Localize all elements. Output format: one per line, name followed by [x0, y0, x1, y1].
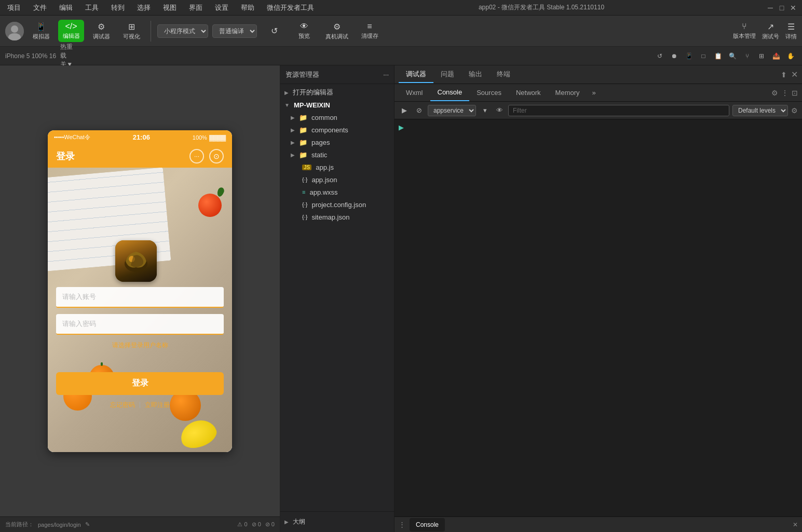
register-link[interactable]: 立即注册 [145, 401, 170, 410]
close-button[interactable]: ✕ [790, 4, 797, 11]
version-button[interactable]: ⑂ 版本管理 [733, 22, 756, 40]
branch-icon[interactable]: ⑂ [741, 50, 753, 62]
eye-icon[interactable]: 👁 [494, 105, 505, 116]
folder-common[interactable]: ▶ 📁 common [280, 111, 394, 124]
context-select[interactable]: appservice [428, 105, 476, 116]
console-filter-input[interactable] [508, 105, 729, 116]
tab-output[interactable]: 输出 [461, 66, 490, 83]
phone-icon[interactable]: 📱 [683, 50, 695, 62]
menu-goto[interactable]: 转到 [109, 2, 127, 13]
devtools-top-tabs: 调试器 问题 输出 终端 ⬆ ✕ [395, 65, 802, 84]
account-input[interactable]: 请输入账号 [56, 287, 224, 308]
devtools-more-icon[interactable]: ⋮ [781, 89, 789, 97]
tab-console[interactable]: Console [430, 85, 470, 101]
file-explorer-more-icon[interactable]: ··· [383, 71, 389, 78]
user-select-link[interactable]: 请选择登录用户名称 [56, 341, 224, 350]
tab-memory[interactable]: Memory [548, 85, 587, 101]
phone-inputs: 请输入账号 请输入密码 请选择登录用户名称 [56, 287, 224, 350]
tab-wxml[interactable]: Wxml [399, 85, 430, 101]
folder-common-icon: 📁 [299, 114, 307, 121]
share-icon[interactable]: 📤 [770, 50, 782, 62]
title-bar: 项目 文件 编辑 工具 转到 选择 视图 界面 设置 帮助 微信开发者工具 ap… [0, 0, 802, 16]
folder-pages[interactable]: ▶ 📁 pages [280, 136, 394, 148]
phone-menu-icon[interactable]: ··· [189, 149, 204, 163]
debugger-button[interactable]: ⚙ 调试器 [88, 20, 114, 43]
menu-project[interactable]: 项目 [5, 2, 23, 13]
avatar[interactable] [5, 22, 24, 40]
sub-toolbar: iPhone 5 100% 16 热重载 关▼ ↺ ⏺ 📱 □ 📋 🔍 ⑂ ⊞ … [0, 47, 802, 65]
simulator-icon: 📱 [36, 22, 46, 32]
search-icon[interactable]: 🔍 [726, 50, 739, 62]
tab-debugger[interactable]: 调试器 [399, 66, 433, 83]
console-tab-button[interactable]: Console [410, 518, 445, 531]
outline-section[interactable]: ▶ 大纲 [280, 511, 394, 532]
outline-label: 大纲 [293, 517, 305, 526]
real-debug-button[interactable]: ⚙ 真机调试 [321, 20, 352, 43]
grid-icon[interactable]: ⊞ [755, 50, 768, 62]
details-button[interactable]: ☰ 详情 [785, 22, 797, 40]
refresh-sim-icon[interactable]: ↺ [654, 50, 666, 62]
maximize-button[interactable]: □ [778, 4, 785, 11]
open-editors-section[interactable]: ▶ 打开的编辑器 [280, 86, 394, 99]
tab-sources[interactable]: Sources [469, 85, 509, 101]
menu-settings[interactable]: 设置 [213, 2, 230, 13]
devtools-dock-icon[interactable]: ⊡ [792, 89, 798, 97]
version-icon: ⑂ [742, 22, 747, 31]
menu-tools[interactable]: 工具 [83, 2, 101, 13]
tab-more[interactable]: » [587, 85, 601, 101]
file-app-wxss[interactable]: ≡ app.wxss [280, 186, 394, 198]
expand-panel-icon[interactable]: ⬆ [781, 71, 787, 79]
file-sitemap[interactable]: {·} sitemap.json [280, 211, 394, 223]
hotreload-button[interactable]: 热重载 关▼ [60, 50, 73, 62]
console-close-icon[interactable]: ✕ [793, 521, 798, 528]
compile-select[interactable]: 普通编译 [212, 24, 257, 38]
menu-view[interactable]: 视图 [161, 2, 179, 13]
record-icon[interactable]: ⏺ [668, 50, 681, 62]
clear-console-icon[interactable]: ▶ [399, 105, 410, 116]
tab-network[interactable]: Network [509, 85, 548, 101]
toolbar-separator-1 [151, 21, 151, 42]
login-button[interactable]: 登录 [56, 372, 224, 395]
console-tab-menu-icon[interactable]: ⋮ [399, 521, 405, 528]
menu-interface[interactable]: 界面 [187, 2, 205, 13]
pages-chevron: ▶ [291, 140, 295, 145]
menu-wechat-devtools[interactable]: 微信开发者工具 [265, 2, 316, 13]
file-explorer-header: 资源管理器 ··· [280, 65, 394, 84]
folder-components[interactable]: ▶ 📁 components [280, 124, 394, 136]
menu-file[interactable]: 文件 [31, 2, 49, 13]
minimize-button[interactable]: ─ [767, 4, 774, 11]
path-edit-icon[interactable]: ✎ [85, 521, 90, 528]
menu-edit[interactable]: 编辑 [57, 2, 75, 13]
tab-terminal[interactable]: 终端 [490, 66, 518, 83]
file-project-config[interactable]: {·} project.config.json [280, 198, 394, 211]
hand-icon[interactable]: ✋ [784, 50, 797, 62]
test-button[interactable]: ↗ 测试号 [762, 22, 779, 40]
refresh-button[interactable]: ↺ [261, 24, 287, 38]
visualize-button[interactable]: ⊞ 可视化 [118, 20, 144, 43]
devtools-gear-icon[interactable]: ⚙ [771, 89, 778, 97]
clear-cache-button[interactable]: ≡ 清缓存 [357, 20, 383, 42]
preview-button[interactable]: 👁 预览 [291, 20, 317, 42]
forgot-password-link[interactable]: 忘记密码 [110, 401, 135, 410]
window-icon[interactable]: □ [697, 50, 710, 62]
close-panel-icon[interactable]: ✕ [791, 70, 798, 79]
folder-static[interactable]: ▶ 📁 static [280, 148, 394, 161]
menu-select[interactable]: 选择 [135, 2, 153, 13]
tab-problems[interactable]: 问题 [433, 66, 461, 83]
file-app-js[interactable]: JS app.js [280, 161, 394, 173]
editor-button[interactable]: </> 编辑器 [58, 20, 84, 42]
copy-icon[interactable]: 📋 [712, 50, 724, 62]
file-app-json[interactable]: {·} app.json [280, 173, 394, 186]
dropdown-icon[interactable]: ▾ [479, 105, 491, 116]
log-levels-select[interactable]: Default levels [732, 105, 788, 116]
phone-camera-icon[interactable]: ⊙ [209, 149, 224, 163]
block-icon[interactable]: ⊘ [413, 105, 425, 116]
project-root[interactable]: ▼ MP-WEIXIN [280, 99, 394, 111]
password-input[interactable]: 请输入密码 [56, 314, 224, 335]
mode-select[interactable]: 小程序模式 [157, 24, 208, 38]
menu-help[interactable]: 帮助 [239, 2, 256, 13]
console-settings-icon[interactable]: ⚙ [791, 106, 798, 115]
phone-header: 登录 ··· ⊙ [48, 145, 232, 168]
left-status-bar: 当前路径： pages/login/login ✎ ⚠ 0 ⊘ 0 ⊘ 0 [0, 516, 280, 532]
simulator-button[interactable]: 📱 模拟器 [28, 20, 54, 43]
